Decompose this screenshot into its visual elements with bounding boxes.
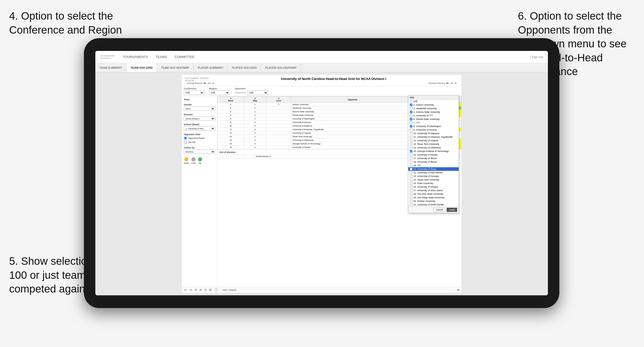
filter-region: Region (All) (209, 87, 230, 95)
opponent-select[interactable]: (All) (248, 90, 268, 95)
region-select[interactable]: (All) (209, 90, 230, 95)
radio-opponents-played[interactable]: Opponents Played (184, 136, 215, 140)
logo-text: SCOREBOARD (100, 55, 115, 57)
dropdown-item[interactable]: 6. Florida State University (408, 117, 459, 121)
dropdown-footer: Cancel Apply (408, 206, 459, 213)
overall-record-label: Overall Record: (187, 82, 203, 85)
main-content: Last Updated: 4/3/2024 16:55:38 Universi… (95, 72, 548, 295)
colour-by-section: Colour by Win/loss (184, 146, 215, 154)
radio-top100[interactable]: Top 100 (184, 141, 215, 144)
dropdown-item[interactable]: 17. University of Illinois (408, 157, 459, 160)
tab-player-summary[interactable]: PLAYER SUMMARY (193, 63, 228, 72)
copy-btn[interactable]: ⎘ (204, 288, 207, 292)
overall-record: 89 - 17 - 0 (203, 82, 214, 85)
report-panel: Last Updated: 4/3/2024 16:55:38 Universi… (182, 75, 461, 293)
region-filter-label: Region (209, 87, 230, 90)
opponents-sublabel: Opponents: (235, 91, 247, 94)
opponent-filter-label: Opponent (235, 87, 268, 90)
tab-team-summary[interactable]: TEAM SUMMARY (95, 63, 127, 72)
dropdown-item[interactable]: 29. San Diego State University (408, 196, 459, 199)
legend-down-label: Down (184, 162, 189, 164)
legend-down-dot (184, 157, 188, 161)
apply-button[interactable]: Apply (447, 208, 457, 212)
dropdown-item[interactable]: 31. University of North Florida (408, 203, 459, 206)
sidebar: Team Gender Men's Division NCAA Division… (182, 96, 217, 287)
dropdown-item[interactable]: 24. Duke University (408, 182, 459, 185)
dropdown-item[interactable]: 20. University of Texas (408, 167, 459, 171)
dropdown-item[interactable]: 27. University of Notre Dame (408, 189, 459, 192)
conference-filter-label: Conference (184, 87, 204, 90)
dropdown-item[interactable]: 22. University of Georgia (408, 174, 459, 178)
dropdown-item[interactable]: 23. Texas A&M University (408, 178, 459, 182)
nav-links: TOURNAMENTS TEAMS COMMITTEE (123, 54, 530, 60)
reset-btn[interactable]: ↺ (194, 288, 198, 292)
team-section: Team (184, 98, 215, 101)
dropdown-item[interactable]: 30. Purdue University (408, 199, 459, 203)
dropdown-item[interactable]: 11. University of Arkansas, Fayetteville (408, 135, 459, 139)
dropdown-item[interactable]: 8. University of Washington (408, 124, 459, 128)
dropdown-item[interactable]: 3. Vanderbilt University (408, 107, 459, 110)
filters-row: Conference (All) Region (All) Opponent (182, 86, 461, 96)
legend: Down Level Up (184, 156, 215, 164)
dropdown-item[interactable]: 28. The Ohio State University (408, 192, 459, 196)
dropdown-item[interactable]: 18. University of Illinois (408, 160, 459, 164)
dropdown-item[interactable]: 7. ??? (408, 121, 459, 124)
dropdown-item[interactable]: 13. Texas Tech University (408, 142, 459, 146)
dropdown-header: (All) (408, 95, 459, 100)
tab-team-h2h-heatmap[interactable]: TEAM H2H HEATMAP (157, 63, 193, 72)
subnav: TEAM SUMMARY TEAM H2H GRID TEAM H2H HEAT… (95, 63, 548, 72)
dropdown-item[interactable]: (All) (408, 100, 459, 103)
opponent-view-section: Opponent View Opponents Played Top 100 (184, 133, 215, 144)
gender-label: Gender (184, 103, 215, 106)
dropdown-item[interactable]: 12. University of Virginia (408, 139, 459, 142)
nav-tournaments[interactable]: TOURNAMENTS (123, 54, 148, 60)
nav-teams[interactable]: TEAMS (156, 54, 167, 60)
dropdown-item[interactable]: 2. Auburn University (408, 103, 459, 107)
annotation-1: 4. Option to select the Conference and R… (9, 9, 136, 37)
zoom-label: W (457, 289, 460, 291)
last-updated: Last Updated: 4/3/2024 16:55:38 (185, 77, 209, 82)
logo-sub: Powered by ... (100, 57, 115, 59)
report-header: Last Updated: 4/3/2024 16:55:38 Universi… (182, 75, 461, 86)
tab-player-h2h-heatmap[interactable]: PLAYER H2H HEATMAP (261, 63, 301, 72)
dropdown-item[interactable]: 4. Arizona State University (408, 110, 459, 114)
navbar: SCOREBOARD Powered by ... TOURNAMENTS TE… (95, 51, 548, 63)
refresh-btn[interactable]: ⟳ (199, 288, 203, 292)
school-label: School (Rank) (184, 123, 215, 126)
gender-section: Gender Men's (184, 103, 215, 111)
dropdown-item[interactable]: 25. University of Oregon (408, 185, 459, 189)
dropdown-item[interactable]: 21. University of New Mexico (408, 171, 459, 174)
toolbar: ↩ ↪ ↺ ⟳ ⎘ ⚙ 🕐 View: Original W (182, 287, 461, 293)
filter-opponent: Opponent Opponents: (All) (235, 87, 268, 95)
dropdown-item[interactable]: 15. Georgia Institute of Technology (408, 149, 459, 153)
opponent-view-radio-group: Opponents Played Top 100 (184, 136, 215, 144)
redo-btn[interactable]: ↪ (189, 288, 192, 292)
legend-up: Up (198, 157, 202, 164)
dropdown-item[interactable]: 9. University of Arizona (408, 128, 459, 132)
opponent-dropdown[interactable]: (All) (All)2. Auburn University3. Vander… (408, 95, 459, 213)
cancel-button[interactable]: Cancel (433, 208, 445, 212)
filter-conference: Conference (All) (184, 87, 204, 95)
division-section: Division NCAA Division I (184, 113, 215, 121)
view-original: View: Original (222, 289, 236, 291)
colour-by-select[interactable]: Win/loss (184, 150, 215, 154)
tab-player-h2h-grid[interactable]: PLAYER H2H GRID (228, 63, 261, 72)
conference-select[interactable]: (All) (184, 90, 204, 95)
nav-sign-out[interactable]: | Sign out (530, 55, 543, 59)
tablet-screen: SCOREBOARD Powered by ... TOURNAMENTS TE… (95, 51, 548, 295)
gender-select[interactable]: Men's (184, 107, 215, 111)
school-select[interactable]: 1. University of Nort... (184, 127, 215, 131)
dropdown-item[interactable]: 16. University of Florida (408, 153, 459, 157)
tab-team-h2h-grid[interactable]: TEAM H2H GRID (127, 63, 157, 72)
dropdown-item[interactable]: 5. University of ??? (408, 114, 459, 117)
settings-btn[interactable]: ⚙ (208, 288, 212, 292)
nav-committee[interactable]: COMMITTEE (175, 54, 194, 60)
dropdown-item[interactable]: 14. University of Oklahoma (408, 146, 459, 149)
record-row: Overall Record: 89 - 17 - 0 Division Rec… (185, 82, 458, 85)
clock-btn[interactable]: 🕐 (214, 288, 219, 292)
dropdown-item[interactable]: 10. University of Alabama (408, 132, 459, 135)
undo-btn[interactable]: ↩ (184, 288, 187, 292)
dropdown-item[interactable]: 19. ??? (408, 164, 459, 167)
division-select[interactable]: NCAA Division I (184, 117, 215, 121)
division-record: 88 - 17 - 0 (446, 82, 456, 85)
